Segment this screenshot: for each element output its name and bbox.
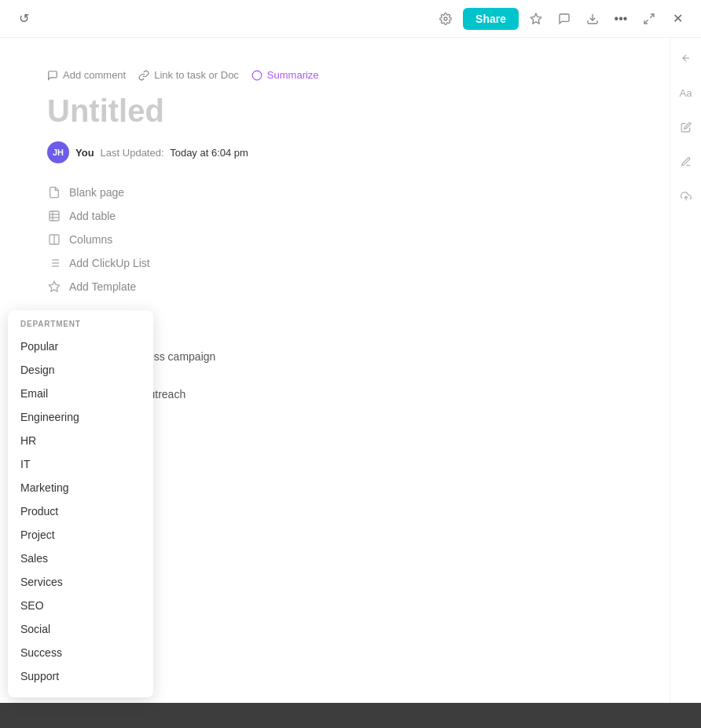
author-row: JH You Last Updated: Today at 6:04 pm (47, 141, 622, 163)
dept-item-product[interactable]: Product (8, 499, 153, 523)
last-updated-label: Last Updated: Today at 6:04 pm (101, 147, 248, 159)
right-sidebar: Aa (670, 38, 701, 728)
sidebar-pen-icon[interactable] (675, 151, 697, 173)
dept-item-services[interactable]: Services (8, 570, 153, 594)
expand-button[interactable] (638, 8, 660, 30)
quick-actions: Blank page Add table Columns (47, 185, 622, 294)
table-icon (47, 209, 61, 223)
add-table-button[interactable]: Add table (47, 209, 622, 223)
template-search-row (71, 309, 622, 322)
top-bar: ↺ Share ••• (0, 0, 701, 38)
author-name: You (75, 147, 94, 159)
summarize-button[interactable]: Summarize (251, 69, 319, 81)
template-item[interactable]: er story post (79, 444, 622, 457)
dark-bottom-bar (0, 703, 701, 728)
blank-page-button[interactable]: Blank page (47, 185, 622, 199)
sidebar-share-icon[interactable] (675, 185, 697, 207)
star-button[interactable] (525, 8, 547, 30)
doc-toolbar: Add comment Link to task or Doc Summariz… (47, 69, 622, 81)
dept-item-success[interactable]: Success (8, 641, 153, 664)
dept-item-seo[interactable]: SEO (8, 594, 153, 617)
dept-item-engineering[interactable]: Engineering (8, 405, 153, 429)
dept-item-email[interactable]: Email (8, 382, 153, 405)
template-item[interactable]: y to comment (79, 369, 622, 382)
department-dropdown: DEPARTMENT Popular Design Email Engineer… (8, 310, 153, 697)
sidebar-edit-icon[interactable] (675, 116, 697, 138)
dept-item-project[interactable]: Project (8, 523, 153, 547)
svg-marker-18 (49, 281, 59, 291)
dept-item-popular[interactable]: Popular (8, 335, 153, 358)
columns-icon (47, 232, 61, 247)
svg-point-0 (444, 17, 447, 20)
template-items-list: t calendar media awareness campaign y to… (79, 331, 622, 457)
top-bar-left: ↺ (13, 8, 35, 30)
svg-rect-6 (50, 211, 59, 221)
more-button[interactable]: ••• (610, 8, 632, 30)
dept-item-social[interactable]: Social (8, 617, 153, 641)
add-comment-button[interactable]: Add comment (47, 69, 126, 81)
department-label: DEPARTMENT (8, 320, 153, 335)
template-search-area: t calendar media awareness campaign y to… (71, 309, 622, 457)
share-button[interactable]: Share (463, 8, 519, 30)
template-icon (47, 280, 61, 294)
svg-point-5 (252, 71, 262, 80)
chat-button[interactable] (553, 8, 575, 30)
template-item[interactable]: y (79, 407, 622, 419)
dept-item-design[interactable]: Design (8, 358, 153, 382)
sidebar-font-icon[interactable]: Aa (675, 82, 697, 104)
template-item[interactable]: er marketing outreach (79, 388, 622, 401)
template-item[interactable]: t calendar (79, 331, 622, 344)
sidebar-collapse-icon[interactable] (675, 47, 697, 69)
svg-line-4 (644, 20, 648, 24)
link-task-button[interactable]: Link to task or Doc (138, 69, 239, 81)
add-clickup-list-button[interactable]: Add ClickUp List (47, 256, 622, 270)
dept-item-marketing[interactable]: Marketing (8, 476, 153, 499)
close-button[interactable]: ✕ (666, 8, 688, 30)
dept-item-it[interactable]: IT (8, 452, 153, 476)
template-item[interactable]: media awareness campaign (79, 350, 622, 363)
svg-line-3 (650, 14, 654, 18)
download-button[interactable] (582, 8, 604, 30)
add-template-button[interactable]: Add Template (47, 280, 622, 294)
dept-item-sales[interactable]: Sales (8, 547, 153, 570)
template-item[interactable] (79, 426, 622, 438)
last-updated-time: Today at 6:04 pm (170, 147, 248, 159)
settings-button[interactable] (435, 8, 457, 30)
columns-button[interactable]: Columns (47, 232, 622, 247)
dept-item-hr[interactable]: HR (8, 429, 153, 452)
dept-item-support[interactable]: Support (8, 664, 153, 688)
blank-page-icon (47, 185, 61, 199)
avatar: JH (47, 141, 69, 163)
doc-title[interactable]: Untitled (47, 93, 622, 129)
svg-marker-1 (530, 13, 541, 24)
history-button[interactable]: ↺ (13, 8, 35, 30)
top-bar-right: Share ••• ✕ (435, 8, 688, 30)
list-icon (47, 256, 61, 270)
